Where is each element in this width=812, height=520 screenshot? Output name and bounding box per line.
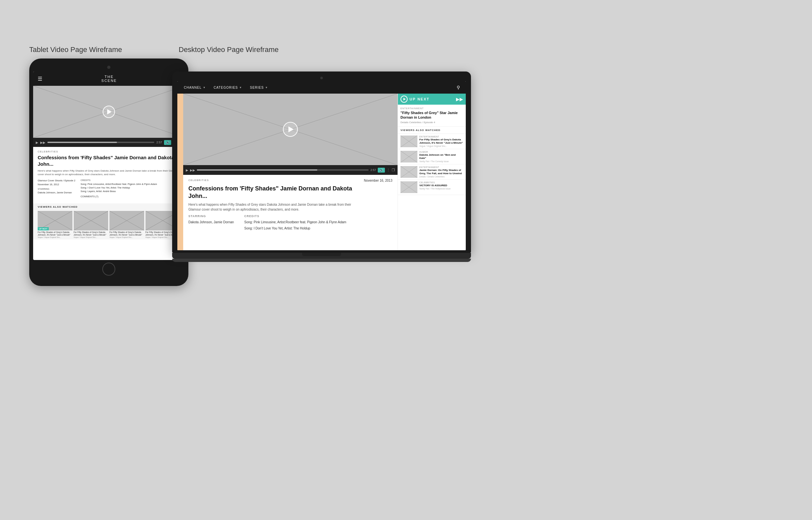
channel-label: CHANNEL — [184, 86, 202, 89]
sidebar-item-sub-2: Details / Details Celebrities — [419, 176, 463, 178]
desktop-viewers-also-label: VIEWERS ALSO WATCHED — [398, 127, 466, 134]
tablet-credits-1: Song: Pink Limousine, Artist:Rootbeer fe… — [81, 182, 157, 186]
laptop-screen-outer: CHANNEL ▼ CATEGORIES ▼ SERIES ▼ ⚲ — [172, 72, 471, 253]
categories-chevron: ▼ — [240, 86, 242, 89]
tablet-credits-label: CREDITS — [81, 179, 157, 182]
desktop-play-pause-btn[interactable]: ▶ — [186, 168, 188, 172]
desktop-skip-btn[interactable]: ▶▶ — [190, 168, 195, 172]
sidebar-thumb-1 — [400, 151, 417, 162]
tablet-thumb-2[interactable] — [109, 211, 144, 230]
sidebar-thumb-2 — [400, 166, 417, 178]
desktop-starring: Dakota Johnson, Jamie Dornan — [188, 220, 234, 224]
tablet-comments[interactable]: COMMENTS (7) — [81, 195, 157, 198]
tablet-thumb-row: UP NEXT For Fifty Shades of Grey's Dakot… — [33, 210, 185, 240]
tablet-series-col: Glamour Cover Shoots / Episode 2 Novembe… — [38, 179, 75, 198]
desktop-category: CELEBRITIES — [188, 179, 209, 182]
progress-bar[interactable] — [48, 142, 154, 143]
tablet-wireframe-label: Tablet Video Page Wireframe — [29, 46, 122, 54]
sidebar-list-item-3[interactable]: CELEBRITIES VICTORY IS ASSURED Vanity Fa… — [398, 180, 466, 195]
tablet-thumb-sub-0: Vogue / Vogue Original Sho... — [38, 236, 73, 238]
series-chevron: ▼ — [265, 86, 268, 89]
progress-fill — [48, 142, 117, 143]
tablet-thumb-title-0: For Fifty Shades of Grey's Dakota Johnso… — [38, 231, 73, 237]
up-next-play-circle — [400, 96, 408, 103]
tablet-content: CELEBRITIES Confessions from 'Fifty Shad… — [33, 147, 185, 204]
tablet-thumb-1[interactable] — [74, 211, 109, 230]
desktop-progress-bar[interactable] — [197, 169, 369, 171]
nav-series[interactable]: SERIES ▼ — [247, 81, 271, 94]
laptop-screen: CHANNEL ▼ CATEGORIES ▼ SERIES ▼ ⚲ — [177, 81, 466, 250]
up-next-badge: UP NEXT — [38, 227, 49, 230]
tablet-video-desc: Here's what happens when Fifty Shades of… — [38, 169, 180, 176]
up-next-label: UP NEXT — [410, 97, 454, 101]
desktop-credits-2: Song: I Don't Love You Yet, Artist: The … — [244, 227, 346, 230]
sidebar-item-sub-1: Vanity Fair / The Comedy Issue — [419, 160, 463, 162]
sidebar-item-info-3: CELEBRITIES VICTORY IS ASSURED Vanity Fa… — [419, 181, 463, 193]
tablet-thumb-title-2: For Fifty Shades of Grey's Dakota Johnso… — [109, 231, 144, 237]
up-next-play-icon — [403, 98, 406, 100]
tablet-starring-label: STARRING — [38, 187, 75, 191]
desktop-video-desc: Here's what happens when Fifty Shades of… — [188, 202, 364, 212]
desktop-play-button[interactable] — [283, 122, 298, 137]
desktop-layout: ▶ ▶▶ 2:57 🔊 ⋮ ❐ CELE — [177, 94, 466, 250]
sidebar-list-item-1[interactable]: HUMOR Dakota Johnson on "Ben and Kate" V… — [398, 149, 466, 164]
left-sidebar-accent — [177, 94, 183, 250]
desktop-fullscreen-btn[interactable]: ❐ — [392, 168, 395, 172]
desktop-volume-btn[interactable]: 🔊 — [378, 168, 385, 173]
categories-label: CATEGORIES — [214, 86, 238, 89]
desktop-play-icon — [288, 126, 293, 132]
desktop-main: ▶ ▶▶ 2:57 🔊 ⋮ ❐ CELE — [183, 94, 397, 250]
desktop-credits-label: CREDITS — [244, 214, 346, 218]
desktop-video-controls: ▶ ▶▶ 2:57 🔊 ⋮ ❐ — [183, 165, 397, 175]
sidebar-featured-item[interactable]: ENTERTAINMENT "Fifty Shades of Grey" Sta… — [398, 105, 466, 127]
tablet-thumb-sub-1: Vogue / Vogue Original Sho... — [74, 236, 109, 238]
tablet-screen: ☰ THE SCENE ⚲ ▶ ▶▶ 2:57 🔊 — [33, 72, 185, 260]
play-pause-btn[interactable]: ▶ — [36, 141, 38, 144]
volume-btn[interactable]: 🔊 — [164, 140, 171, 145]
sidebar-item-info-1: HUMOR Dakota Johnson on "Ben and Kate" V… — [419, 151, 463, 162]
play-button[interactable] — [103, 106, 115, 118]
tablet-credits-3: Song: Layers, Artist: André Beau — [81, 189, 157, 193]
desktop-meta-row: CELEBRITIES November 16, 2013 — [188, 179, 392, 183]
sidebar-list-item-0[interactable]: ENTERTAINMENT For Fifty Shades of Grey's… — [398, 134, 466, 149]
tablet-thumb-item-1[interactable]: For Fifty Shades of Grey's Dakota Johnso… — [74, 211, 109, 238]
sidebar-list-item-2[interactable]: ENTERTAINMENT Jamie Dornan: On Fifty Sha… — [398, 164, 466, 180]
sidebar-item-cat-3: CELEBRITIES — [419, 181, 463, 184]
laptop-camera — [320, 77, 323, 79]
desktop-starring-credits: STARRING Dakota Johnson, Jamie Dornan CR… — [188, 214, 392, 230]
tablet-logo: THE SCENE — [101, 75, 117, 82]
tablet-category: CELEBRITIES — [38, 150, 180, 153]
sidebar-item-sub-0: Vogue / Vogue Original Sho... — [419, 145, 463, 147]
tablet-credits-2: Song: I Don't Love You Yet, Artist: The … — [81, 186, 157, 189]
tablet-viewers-also-label: VIEWERS ALSO WATCHED — [33, 204, 185, 210]
desktop-time-display: 2:57 — [370, 168, 376, 172]
tablet-thumb-0[interactable]: UP NEXT — [38, 211, 73, 230]
up-next-skip-btn[interactable]: ▶▶ — [456, 97, 463, 102]
tablet-starring: Dakota Johnson, Jamie Dornan — [38, 191, 75, 194]
desktop-search-icon[interactable]: ⚲ — [455, 85, 462, 90]
hamburger-icon[interactable]: ☰ — [38, 76, 42, 82]
tablet-video-player[interactable] — [33, 86, 185, 138]
desktop-share-btn[interactable]: ⋮ — [387, 168, 390, 172]
play-icon — [107, 109, 112, 114]
tablet-home-button[interactable] — [102, 263, 115, 276]
skip-btn[interactable]: ▶▶ — [40, 141, 46, 144]
nav-categories[interactable]: CATEGORIES ▼ — [211, 81, 245, 94]
tablet-thumb-title-1: For Fifty Shades of Grey's Dakota Johnso… — [74, 231, 109, 237]
desktop-video-player[interactable] — [183, 94, 397, 165]
up-next-bar: UP NEXT ▶▶ — [398, 94, 466, 105]
nav-channel[interactable]: CHANNEL ▼ — [181, 81, 208, 94]
sidebar-featured-details: Details Celebrities / Episode 4 — [400, 121, 463, 124]
sidebar-item-title-0: For Fifty Shades of Grey's Dakota Johnso… — [419, 138, 463, 145]
tablet-date: November 16, 2012 — [38, 183, 75, 186]
tablet-thumb-item-2[interactable]: For Fifty Shades of Grey's Dakota Johnso… — [109, 211, 144, 238]
sidebar-item-sub-3: Vanity Fair / The Hollywood Issue — [419, 187, 463, 190]
desktop-wireframe-label: Desktop Video Page Wireframe — [179, 46, 279, 54]
desktop-credits-block: CREDITS Song: Pink Limousine, Artist:Roo… — [244, 214, 346, 230]
desktop-video-title: Confessions from 'Fifty Shades" Jamie Do… — [188, 185, 364, 200]
sidebar-item-cat-1: HUMOR — [419, 151, 463, 153]
sidebar-item-cat-2: ENTERTAINMENT — [419, 166, 463, 168]
sidebar-featured-title: "Fifty Shades of Grey" Star Jamie Dornan… — [400, 110, 463, 120]
sidebar-item-title-2: Jamie Dornan: On Fifty Shades of Grey, T… — [419, 169, 463, 175]
tablet-thumb-item-0[interactable]: UP NEXT For Fifty Shades of Grey's Dakot… — [38, 211, 73, 238]
